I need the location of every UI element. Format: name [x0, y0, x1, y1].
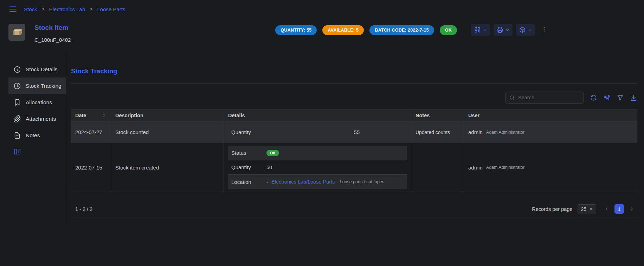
page-1-button[interactable]: 1 — [614, 204, 624, 214]
sidebar-item-attachments[interactable]: Attachments — [8, 111, 66, 127]
status-badges: QUANTITY: 55 AVAILABLE: 5 BATCH CODE: 20… — [275, 25, 457, 35]
pagination-controls: Records per page 25 1 — [532, 204, 637, 214]
description-cell: Stock counted — [111, 121, 224, 143]
breadcrumb-separator: > — [42, 6, 45, 12]
stock-actions-button[interactable] — [516, 24, 535, 36]
user-fullname: Adam Administrator — [486, 165, 524, 170]
chevron-right-icon — [629, 206, 635, 212]
sidebar-item-label: Notes — [26, 132, 40, 139]
breadcrumb-loose-parts[interactable]: Loose Parts — [97, 6, 125, 12]
sidebar-item-allocations[interactable]: Allocations — [8, 94, 66, 111]
capacitor-image — [11, 26, 23, 39]
available-badge: AVAILABLE: 5 — [322, 25, 364, 35]
records-per-page-label: Records per page — [532, 206, 572, 212]
barcode-actions-button[interactable] — [471, 24, 490, 36]
table-footer: 1 - 2 / 2 Records per page 25 1 — [71, 200, 637, 218]
sidebar-item-label: Stock Tracking — [26, 83, 62, 89]
adjustments-icon[interactable] — [603, 94, 611, 101]
column-label: Notes — [416, 113, 430, 118]
breadcrumb-separator: > — [90, 6, 92, 12]
date-value: 2022-07-15 — [75, 165, 102, 171]
sidebar-item-notes[interactable]: Notes — [8, 127, 66, 144]
part-thumbnail[interactable] — [8, 24, 25, 41]
printer-icon — [496, 26, 503, 33]
page-header: Stock Item C_100nF_0402 QUANTITY: 55 AVA… — [0, 18, 644, 53]
qr-code-icon — [474, 26, 481, 33]
username: admin — [468, 165, 483, 171]
location-link[interactable]: Electronics Lab/Loose Parts — [271, 179, 335, 185]
print-actions-button[interactable] — [494, 24, 513, 36]
description-cell: Stock item created — [111, 143, 224, 192]
collapse-sidebar-icon[interactable] — [13, 148, 21, 155]
records-per-page-select[interactable]: 25 — [578, 204, 596, 214]
details-cell: Status OK Quantity 50 Location - Electro… — [224, 143, 411, 192]
search-input[interactable] — [518, 95, 580, 100]
notes-icon — [13, 132, 21, 139]
user-fullname: Adam Administrator — [486, 130, 524, 135]
breadcrumb-stock[interactable]: Stock — [24, 6, 37, 12]
sort-icon[interactable] — [101, 113, 107, 118]
location-dash: - — [266, 179, 268, 185]
page-body: Stock Details Stock Tracking Allocations… — [0, 53, 644, 266]
panel-sidebar: Stock Details Stock Tracking Allocations… — [8, 53, 66, 225]
detail-row-location: Location - Electronics Lab/Loose Parts L… — [228, 175, 407, 189]
breadcrumb-electronics-lab[interactable]: Electronics Lab — [49, 6, 85, 12]
description-value: Stock counted — [115, 129, 149, 135]
notes-cell — [411, 143, 464, 192]
status-ok-badge: OK — [440, 25, 457, 35]
quantity-badge: QUANTITY: 55 — [275, 25, 317, 35]
chevron-down-icon — [528, 28, 532, 32]
notes-value: Updated counts — [416, 129, 450, 135]
sidebar-item-label: Attachments — [26, 116, 56, 122]
details-subtable: Status OK Quantity 50 Location - Electro… — [228, 146, 407, 189]
header-actions — [471, 24, 548, 36]
detail-label: Quantity — [231, 129, 266, 135]
stock-tracking-table: Date Description Details Notes User 2024… — [71, 109, 637, 218]
selector-icon — [589, 207, 593, 211]
table-header-row: Date Description Details Notes User — [71, 109, 637, 121]
table-toolbar — [71, 91, 637, 104]
panel-title: Stock Tracking — [71, 67, 637, 75]
column-header-notes: Notes — [411, 110, 464, 121]
kebab-menu-icon[interactable] — [540, 25, 548, 35]
search-icon — [509, 95, 515, 101]
record-range: 1 - 2 / 2 — [75, 206, 92, 212]
bookmark-icon — [13, 99, 21, 106]
chevron-down-icon — [505, 28, 510, 32]
search-box — [505, 92, 584, 104]
sidebar-item-label: Stock Details — [26, 66, 57, 73]
table-row: 2022-07-15 Stock item created Status OK … — [71, 143, 637, 192]
date-cell: 2022-07-15 — [71, 143, 111, 192]
location-description: Loose parts / cut tapes — [340, 179, 384, 184]
sidebar-item-stock-details[interactable]: Stock Details — [8, 61, 66, 78]
refresh-icon[interactable] — [590, 94, 597, 101]
date-cell: 2024-07-27 — [71, 121, 111, 143]
title-block: Stock Item C_100nF_0402 — [34, 24, 71, 43]
pager: 1 — [602, 204, 637, 214]
breadcrumb: Stock > Electronics Lab > Loose Parts — [24, 6, 125, 12]
sidebar-item-stock-tracking[interactable]: Stock Tracking — [8, 78, 66, 94]
part-name: C_100nF_0402 — [34, 37, 71, 43]
column-label: Description — [115, 113, 143, 118]
table-row: 2024-07-27 Stock counted Quantity 55 Upd… — [71, 121, 637, 143]
info-circle-icon — [13, 66, 21, 73]
top-bar: Stock > Electronics Lab > Loose Parts — [0, 0, 644, 18]
date-value: 2024-07-27 — [75, 129, 102, 135]
detail-row-quantity: Quantity 55 — [228, 129, 407, 135]
detail-value: 50 — [266, 165, 272, 170]
column-header-date[interactable]: Date — [71, 110, 111, 121]
divider — [71, 83, 637, 84]
history-icon — [13, 82, 21, 90]
chevron-down-icon — [483, 28, 487, 32]
detail-row-quantity: Quantity 50 — [228, 160, 407, 175]
filter-icon[interactable] — [617, 94, 624, 101]
menu-icon[interactable] — [8, 5, 18, 14]
download-icon[interactable] — [630, 94, 637, 101]
username: admin — [468, 129, 483, 135]
details-cell: Quantity 55 — [224, 121, 411, 143]
batch-code-badge: BATCH CODE: 2022-7-15 — [369, 25, 434, 35]
next-page-button[interactable] — [627, 204, 637, 214]
stock-item-page: Stock > Electronics Lab > Loose Parts St… — [0, 0, 644, 266]
prev-page-button[interactable] — [602, 204, 611, 214]
notes-cell: Updated counts — [411, 121, 464, 143]
